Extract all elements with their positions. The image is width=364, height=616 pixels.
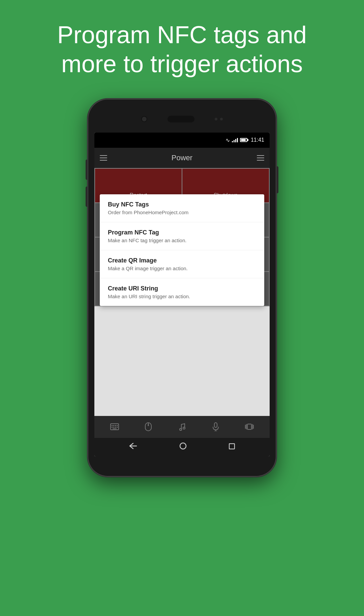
svg-rect-6 [113,427,114,428]
sensor-dot-1 [215,118,217,120]
svg-rect-15 [214,423,217,427]
overflow-menu-button[interactable] [257,155,264,161]
svg-rect-5 [112,427,113,428]
battery-icon [240,138,247,142]
keyboard-nav-icon[interactable] [106,418,123,435]
svg-rect-2 [113,425,114,426]
menu-item-create-uri[interactable]: Create URI String Make an URI string tri… [100,278,264,306]
menu-item-create-qr-title: Create QR Image [108,257,256,264]
dropdown-menu: Buy NFC Tags Order from PhoneHomeProject… [100,194,264,306]
menu-item-buy-nfc-title: Buy NFC Tags [108,201,256,208]
earpiece-speaker [168,116,194,122]
menu-item-create-uri-subtitle: Make an URI string trigger an action. [108,293,256,299]
vibrate-nav-icon[interactable] [241,418,258,435]
svg-rect-7 [115,427,116,428]
mouse-nav-icon[interactable] [140,418,157,435]
menu-item-program-nfc[interactable]: Program NFC Tag Make an NFC tag trigger … [100,222,264,250]
menu-item-create-qr-subtitle: Make a QR image trigger an action. [108,265,256,271]
svg-rect-4 [117,425,118,426]
menu-item-program-nfc-subtitle: Make an NFC tag trigger an action. [108,237,256,243]
overflow-line-3 [257,160,264,161]
svg-rect-8 [117,427,118,428]
wifi-icon: ∿ [225,137,230,143]
sensor-dot-2 [220,118,223,120]
page-header: Program NFC tags and more to trigger act… [0,0,364,95]
svg-rect-24 [229,444,235,449]
svg-rect-9 [113,428,117,429]
status-time: 11:41 [251,137,264,143]
bottom-nav-bar [94,416,270,438]
overflow-line-2 [257,158,264,158]
screen-content: ∿ 11:41 [94,133,270,456]
phone-screen: ∿ 11:41 [94,133,270,456]
menu-item-create-uri-title: Create URI String [108,285,256,292]
system-nav-bar [94,438,270,456]
status-bar: ∿ 11:41 [94,133,270,148]
svg-rect-3 [115,425,116,426]
app-bar-title: Power [172,153,192,162]
hamburger-menu-button[interactable] [100,155,107,161]
hamburger-line-1 [100,155,107,156]
sensor-area [215,118,223,120]
menu-item-program-nfc-title: Program NFC Tag [108,229,256,236]
app-bar: Power [94,148,270,168]
svg-point-14 [183,427,185,429]
signal-bar-1 [232,141,233,142]
phone-mockup: ∿ 11:41 [88,99,276,477]
svg-point-12 [148,424,149,426]
menu-item-buy-nfc[interactable]: Buy NFC Tags Order from PhoneHomeProject… [100,194,264,222]
signal-bar-3 [235,139,236,142]
home-button[interactable] [179,442,187,452]
battery-fill [241,139,246,141]
svg-rect-18 [247,424,251,429]
overflow-line-1 [257,155,264,156]
status-icons: ∿ 11:41 [225,137,264,143]
signal-bar-4 [237,138,238,142]
svg-point-13 [180,428,182,430]
phone-top-bezel [88,109,276,129]
front-camera [141,116,147,122]
back-button[interactable] [129,443,137,451]
svg-point-23 [180,443,186,449]
signal-bars [232,138,238,142]
main-content: Restart Shutdown Hibernate [94,168,270,416]
hamburger-line-3 [100,160,107,161]
svg-rect-1 [112,425,113,426]
menu-item-buy-nfc-subtitle: Order from PhoneHomeProject.com [108,209,256,215]
recents-button[interactable] [229,443,235,451]
mic-nav-icon[interactable] [207,418,224,435]
menu-item-create-qr[interactable]: Create QR Image Make a QR image trigger … [100,250,264,278]
signal-bar-2 [234,140,235,142]
music-nav-icon[interactable] [174,418,190,435]
hamburger-line-2 [100,158,107,158]
